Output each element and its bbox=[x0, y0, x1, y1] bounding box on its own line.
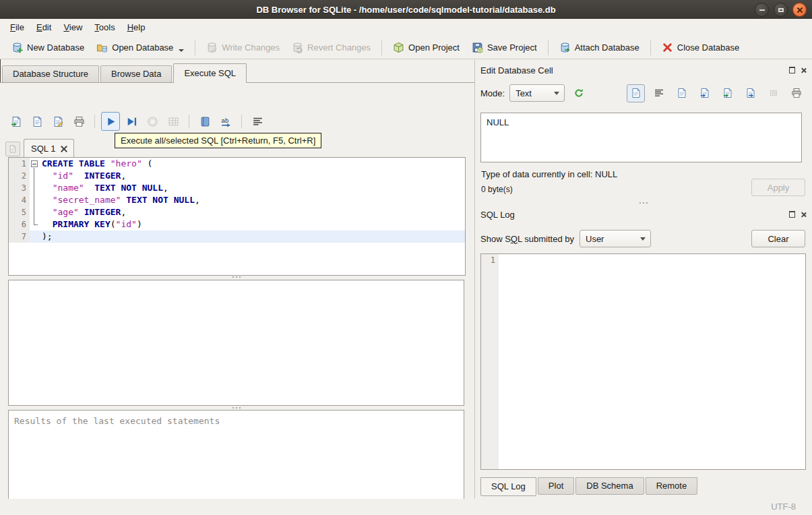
save-cell-button[interactable] bbox=[741, 84, 759, 102]
text-mode-button[interactable] bbox=[627, 84, 645, 102]
word-wrap-icon bbox=[654, 88, 664, 98]
tab-execute-sql[interactable]: Execute SQL bbox=[173, 63, 247, 83]
editor-line[interactable]: 2 "id" INTEGER, bbox=[9, 170, 465, 182]
new-database-button[interactable]: New Database bbox=[5, 39, 90, 56]
show-sql-label: Show SQL submitted by bbox=[480, 234, 574, 244]
cell-editor[interactable]: NULL bbox=[480, 113, 802, 162]
log-content bbox=[499, 254, 805, 469]
splitter-handle[interactable] bbox=[8, 275, 464, 279]
close-database-button[interactable]: Close Database bbox=[656, 39, 746, 56]
format-sql-button[interactable] bbox=[248, 112, 267, 131]
new-sql-tab-button[interactable] bbox=[5, 142, 20, 156]
open-project-label: Open Project bbox=[408, 42, 460, 53]
clear-log-button[interactable]: Clear bbox=[751, 230, 805, 247]
close-tab-icon[interactable] bbox=[61, 146, 67, 152]
line-number: 1 bbox=[9, 158, 30, 170]
text-mode-icon bbox=[631, 88, 642, 98]
auto-detect-button[interactable] bbox=[569, 84, 588, 102]
close-icon bbox=[801, 67, 807, 73]
stop-button bbox=[143, 112, 162, 131]
save-project-button[interactable]: Save Project bbox=[466, 39, 543, 56]
save-sql-file-as-icon bbox=[53, 116, 64, 127]
copy-cell-button[interactable] bbox=[673, 84, 691, 102]
editor-line[interactable]: 4 "secret_name" TEXT NOT NULL, bbox=[9, 194, 465, 206]
tab-database-structure[interactable]: Database Structure bbox=[2, 65, 99, 82]
results-grid-pane[interactable] bbox=[8, 280, 464, 406]
sql-document-tab[interactable]: SQL 1 bbox=[24, 139, 74, 158]
editor-line[interactable]: 1CREATE TABLE "hero" ( bbox=[9, 158, 465, 170]
float-panel-button[interactable] bbox=[788, 210, 797, 219]
close-button[interactable] bbox=[792, 3, 807, 17]
sql-editor[interactable]: 1CREATE TABLE "hero" (2 "id" INTEGER,3 "… bbox=[8, 157, 466, 276]
execute-sql-page: Execute all/selected SQL [Ctrl+Return, F… bbox=[0, 82, 474, 499]
word-wrap-button[interactable] bbox=[650, 84, 668, 102]
export-cell-button[interactable] bbox=[718, 84, 737, 102]
line-number: 6 bbox=[9, 218, 30, 231]
menu-help[interactable]: Help bbox=[121, 20, 152, 36]
sql-log-view[interactable]: 1 bbox=[480, 253, 806, 470]
editor-line[interactable]: 3 "name" TEXT NOT NULL, bbox=[9, 182, 465, 194]
splitter-dots-icon bbox=[236, 407, 237, 408]
tab-browse-data[interactable]: Browse Data bbox=[100, 65, 172, 82]
line-number: 4 bbox=[9, 194, 30, 206]
menubar: File Edit View Tools Help bbox=[0, 19, 812, 36]
save-project-label: Save Project bbox=[487, 42, 537, 53]
menu-view[interactable]: View bbox=[57, 20, 88, 36]
menu-edit[interactable]: Edit bbox=[30, 20, 57, 36]
execute-line-icon bbox=[126, 116, 137, 127]
tab-sql-log[interactable]: SQL Log bbox=[480, 477, 536, 496]
edit-cell-header: Edit Database Cell bbox=[480, 64, 808, 76]
revert-changes-icon bbox=[292, 42, 303, 53]
results-message-pane[interactable]: Results of the last executed statements bbox=[8, 410, 464, 510]
tab-plot[interactable]: Plot bbox=[538, 477, 574, 495]
panel-splitter-handle[interactable] bbox=[475, 202, 812, 204]
close-panel-button[interactable] bbox=[799, 210, 808, 219]
open-project-button[interactable]: Open Project bbox=[387, 39, 466, 56]
import-cell-button[interactable] bbox=[695, 84, 714, 102]
main-tab-bar: Database Structure Browse Data Execute S… bbox=[2, 63, 474, 83]
statusbar: UTF-8 bbox=[0, 499, 812, 515]
code-text: ); bbox=[39, 231, 465, 243]
code-text: "age" INTEGER, bbox=[39, 206, 465, 218]
mode-combobox[interactable]: Text bbox=[509, 84, 565, 102]
close-icon bbox=[797, 7, 803, 13]
fold-margin bbox=[30, 182, 39, 194]
fold-collapse-icon[interactable] bbox=[30, 158, 39, 170]
open-database-button[interactable]: Open Database bbox=[90, 39, 190, 56]
close-panel-button[interactable] bbox=[799, 66, 808, 75]
save-sql-file-as-button[interactable] bbox=[49, 112, 67, 131]
chevron-down-icon bbox=[640, 237, 646, 241]
submitted-by-value: User bbox=[586, 234, 604, 244]
float-panel-button[interactable] bbox=[788, 66, 797, 75]
splitter-dots-icon bbox=[643, 202, 644, 204]
editor-line[interactable]: 5 "age" INTEGER, bbox=[9, 206, 465, 218]
menu-file[interactable]: File bbox=[4, 20, 30, 36]
submitted-by-combobox[interactable]: User bbox=[580, 230, 651, 247]
toolbar-separator bbox=[189, 115, 189, 128]
sql-editor-lines: 1CREATE TABLE "hero" (2 "id" INTEGER,3 "… bbox=[9, 158, 465, 243]
execute-all-button[interactable] bbox=[101, 112, 120, 131]
minimize-button[interactable] bbox=[755, 3, 769, 17]
editor-line[interactable]: 7); bbox=[9, 231, 465, 243]
save-sql-file-button[interactable] bbox=[28, 112, 46, 131]
editor-line[interactable]: 6 PRIMARY KEY("id") bbox=[9, 218, 465, 231]
menu-tools[interactable]: Tools bbox=[88, 20, 121, 36]
attach-database-button[interactable]: Attach Database bbox=[553, 39, 646, 56]
find-replace-button[interactable] bbox=[216, 112, 235, 131]
maximize-button[interactable] bbox=[774, 3, 788, 17]
open-database-dropdown-icon[interactable] bbox=[179, 49, 184, 52]
save-cell-icon bbox=[745, 88, 756, 98]
auto-detect-icon bbox=[573, 88, 584, 98]
open-sql-file-button[interactable] bbox=[7, 112, 26, 131]
print-icon bbox=[73, 116, 85, 127]
import-cell-icon bbox=[699, 88, 710, 98]
code-text: CREATE TABLE "hero" ( bbox=[39, 158, 465, 170]
execute-line-button[interactable] bbox=[122, 112, 141, 131]
results-placeholder: Results of the last executed statements bbox=[14, 416, 220, 426]
tab-db-schema[interactable]: DB Schema bbox=[575, 477, 644, 495]
save-view-button[interactable] bbox=[195, 112, 214, 131]
print-cell-button[interactable] bbox=[787, 84, 805, 102]
tab-remote[interactable]: Remote bbox=[646, 477, 698, 495]
revert-changes-button: Revert Changes bbox=[286, 39, 377, 56]
print-button[interactable] bbox=[69, 112, 88, 131]
